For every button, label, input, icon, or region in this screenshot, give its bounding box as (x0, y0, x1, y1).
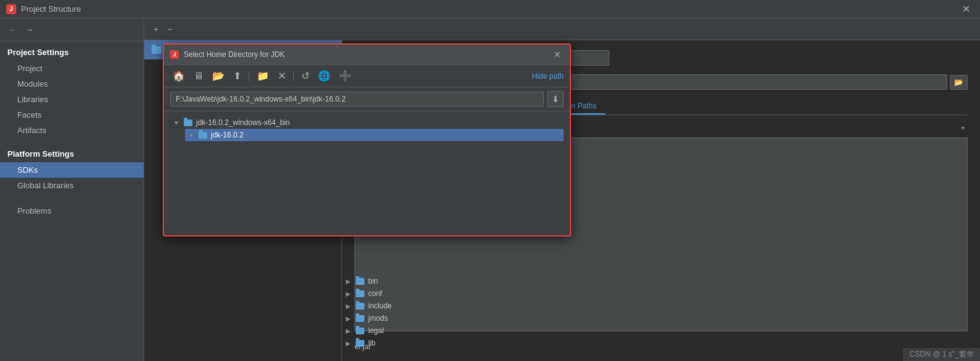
sidebar-item-project[interactable]: Project (0, 61, 144, 76)
add-folder-button[interactable]: ➕ (337, 69, 354, 83)
home-dir-button[interactable]: 🏠 (170, 69, 187, 83)
tree-selected-folder-icon (199, 132, 207, 139)
sub-folder-icon-lib (356, 340, 364, 347)
main-layout: ← → Project Settings Project Modules Lib… (0, 19, 980, 361)
sub-arrow-jmods: ▶ (345, 315, 352, 322)
sub-tree-item-include[interactable]: ▶ include (342, 300, 394, 312)
sub-tree-items: ▶ bin ▶ conf ▶ include ▶ jmods ▶ (336, 272, 400, 352)
tree-expand-arrow: ▼ (173, 120, 180, 126)
dialog-path-input[interactable] (170, 92, 544, 107)
dialog-path-bar: ⬇ (164, 87, 570, 111)
tree-selected-folder[interactable]: ▼ jdk-16.0.2 (185, 129, 564, 141)
dialog-title-left: J Select Home Directory for JDK (170, 50, 285, 59)
sub-folder-icon (356, 278, 364, 285)
sub-arrow-lib: ▶ (345, 340, 352, 347)
dialog-title-bar: J Select Home Directory for JDK ✕ (164, 45, 570, 65)
sdk-toolbar: + − (144, 19, 980, 40)
dialog-download-button[interactable]: ⬇ (548, 91, 564, 107)
dialog-close-button[interactable]: ✕ (551, 48, 564, 61)
refresh-button[interactable]: ↺ (299, 69, 312, 83)
sub-tree-item-conf[interactable]: ▶ conf (342, 287, 394, 300)
tree-children: ▼ jdk-16.0.2 (170, 129, 564, 141)
sub-tree-item-bin[interactable]: ▶ bin (342, 275, 394, 287)
sub-tree-item-jmods[interactable]: ▶ jmods (342, 312, 394, 324)
sidebar-item-sdks[interactable]: SDKs (0, 162, 144, 178)
sub-arrow: ▶ (345, 278, 352, 285)
tree-folder-label: jdk-16.0.2_windows-x64_bin (196, 118, 290, 127)
sub-folder-icon-legal (356, 328, 364, 334)
sidebar-item-problems[interactable]: Problems (0, 203, 144, 219)
sub-folder-icon-jmods (356, 315, 364, 322)
sub-arrow-include: ▶ (345, 303, 352, 310)
sidebar-item-artifacts[interactable]: Artifacts (0, 123, 144, 138)
remove-sdk-button[interactable]: − (164, 22, 175, 36)
extra-path-item: er.jar (355, 342, 968, 351)
platform-settings-label: Platform Settings (0, 143, 144, 162)
up-folder-button[interactable]: ⬆ (231, 69, 244, 83)
sub-folder-icon-conf (356, 290, 364, 297)
sidebar-item-facets[interactable]: Facets (0, 107, 144, 123)
nav-back-button[interactable]: ← (7, 24, 19, 36)
tree-folder-icon (184, 120, 192, 126)
dialog-toolbar: 🏠 🖥 📂 ⬆ 📁 ✕ ↺ 🌐 ➕ Hide path (164, 65, 570, 87)
dialog-icon: J (170, 50, 179, 59)
project-settings-label: Project Settings (0, 41, 144, 61)
sidebar-nav: ← → (0, 19, 144, 41)
tree-selected-arrow: ▼ (187, 132, 195, 139)
tree-parent-folder[interactable]: ▼ jdk-16.0.2_windows-x64_bin (170, 116, 564, 129)
title-bar: J Project Structure ✕ (0, 0, 980, 19)
toolbar-separator (249, 71, 249, 81)
window-close-button[interactable]: ✕ (958, 2, 974, 16)
sub-tree-item-legal[interactable]: ▶ legal (342, 324, 394, 337)
nav-forward-button[interactable]: → (24, 24, 35, 36)
add-path-button[interactable]: + (958, 124, 968, 133)
sub-arrow-legal: ▶ (345, 328, 352, 334)
dialog-title-text: Select Home Directory for JDK (184, 50, 285, 59)
dialog-tree: ▼ jdk-16.0.2_windows-x64_bin ▼ jdk-16.0.… (164, 111, 570, 235)
content-area: + − 1.8 Name: JDK home path: (144, 19, 980, 361)
status-text: CSDN @ 1 s"_繁华 (909, 350, 974, 359)
tree-selected-label: jdk-16.0.2 (211, 131, 244, 139)
sidebar: ← → Project Settings Project Modules Lib… (0, 19, 144, 361)
add-sdk-button[interactable]: + (150, 22, 161, 36)
desktop-button[interactable]: 🖥 (191, 69, 206, 83)
network-button[interactable]: 🌐 (316, 69, 333, 83)
new-dir-button[interactable]: 📁 (254, 69, 272, 83)
toolbar-separator-2 (293, 71, 294, 81)
sub-arrow-conf: ▶ (345, 290, 352, 297)
sidebar-item-modules[interactable]: Modules (0, 76, 144, 92)
sidebar-item-libraries[interactable]: Libraries (0, 92, 144, 107)
sub-folder-icon-include (356, 303, 364, 310)
dialog-toolbar-left: 🏠 🖥 📂 ⬆ 📁 ✕ ↺ 🌐 ➕ (170, 69, 354, 83)
jdk-home-dialog: J Select Home Directory for JDK ✕ 🏠 🖥 📂 … (163, 43, 571, 237)
sidebar-item-global-libraries[interactable]: Global Libraries (0, 178, 144, 193)
new-folder-button[interactable]: 📂 (210, 69, 227, 83)
folder-icon (152, 46, 161, 54)
status-bar: CSDN @ 1 s"_繁华 (903, 348, 980, 361)
hide-path-link[interactable]: Hide path (532, 72, 564, 80)
sub-tree-item-lib[interactable]: ▶ lib (342, 337, 394, 349)
delete-button[interactable]: ✕ (275, 69, 288, 83)
jdk-home-browse-button[interactable]: 📂 (950, 75, 968, 90)
app-icon: J (6, 4, 16, 14)
window-title: Project Structure (21, 4, 81, 14)
